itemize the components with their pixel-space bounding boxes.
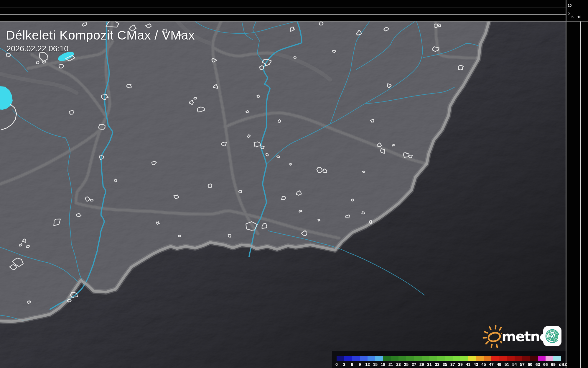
sun-icon [482,324,502,349]
map-top-divider [0,21,588,22]
radar-map-canvas [0,22,566,368]
colorbar-segment-57 [522,356,530,361]
colorbar-segment-15 [375,356,383,361]
colorbar-segment-6 [352,356,360,361]
colorbar-segment-41 [468,356,476,361]
colorbar-segment-66 [546,356,554,361]
map-right-divider [566,0,566,368]
product-title: Délkeleti Kompozit CMax / VMax [6,28,195,42]
radar-composite-window: 10 5 5 10 Délkeleti Kompozit CMax / VMax… [0,0,588,368]
colorbar-segment-33 [437,356,445,361]
metnet-app-icon [543,326,561,346]
colorbar-segment-3 [344,356,352,361]
height-profile-right-panel [566,0,588,368]
height-scale-label-10: 10 [568,4,571,7]
metnet-logo[interactable]: metnet [482,324,565,349]
colorbar-segment-12 [368,356,375,361]
colorbar-unit-label: dBZ [557,362,569,367]
colorbar-segment-43 [476,356,484,361]
colorbar-segment-31 [429,356,437,361]
colorbar-segment-21 [391,356,399,361]
colorbar-segment-27 [414,356,422,361]
spiral-icon [543,326,561,346]
colorbar-segment-51 [507,356,515,361]
height-gridline-10km-right [580,22,581,368]
colorbar-segment-23 [398,356,406,361]
colorbar-segment-49 [499,356,507,361]
height-scale-label-5: 5 [568,12,570,15]
colorbar-segment-9 [360,356,368,361]
colorbar-segment-60 [530,356,538,361]
colorbar-segment-25 [406,356,414,361]
colorbar-segment-18 [383,356,391,361]
height-gridline-5km-right [573,22,573,368]
colorbar-segment-63 [538,356,546,361]
colorbar-segment-47 [491,356,499,361]
colorbar-segment-39 [460,356,468,361]
colorbar-segment-29 [422,356,430,361]
height-scale-label-h5: 5 [571,15,574,19]
colorbar-segment-54 [515,356,523,361]
height-gridline-10km-top [0,7,566,7]
colorbar-segment-37 [453,356,461,361]
product-timestamp: 2026.02.22 06:10 [6,44,68,53]
colorbar-segment-45 [484,356,492,361]
height-profile-top-panel [0,0,588,21]
colorbar-segment-0 [337,356,345,361]
colorbar-segment-35 [445,356,453,361]
colorbar-segment-69 [553,356,561,361]
height-gridline-5km-top [0,14,566,15]
height-scale-label-h10: 10 [577,15,581,19]
